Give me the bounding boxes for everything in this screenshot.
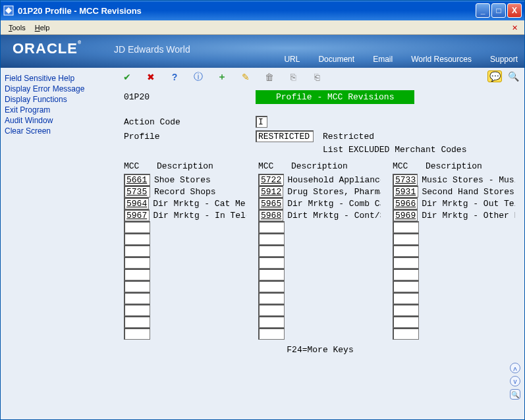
table-row — [393, 280, 515, 292]
edit-icon[interactable]: ✎ — [240, 71, 252, 83]
search-icon[interactable]: 🔍 — [507, 70, 519, 82]
mcc-desc: Music Stores - Music — [422, 175, 515, 185]
mcc-input[interactable]: 5969 — [393, 209, 418, 221]
mcc-input[interactable] — [258, 221, 285, 233]
mcc-input[interactable] — [393, 316, 419, 328]
mcc-desc: Dir Mrktg - In Tele — [153, 211, 247, 221]
mcc-input[interactable] — [258, 328, 285, 340]
mcc-input[interactable]: 5931 — [393, 186, 418, 197]
mcc-input[interactable] — [393, 292, 419, 304]
minimize-button[interactable]: _ — [476, 3, 490, 18]
table-row — [124, 233, 246, 245]
profile-input[interactable]: RESTRICTED — [256, 130, 314, 142]
mcc-input[interactable] — [393, 269, 419, 280]
mcc-input[interactable]: 5965 — [258, 197, 283, 209]
mcc-input[interactable] — [124, 245, 150, 257]
table-row — [258, 316, 381, 328]
mcc-input[interactable]: 5964 — [124, 197, 149, 209]
table-row — [258, 304, 381, 316]
hdr-mcc: MCC — [124, 161, 150, 171]
delete-icon[interactable]: 🗑 — [263, 71, 275, 83]
link-email[interactable]: Email — [373, 55, 393, 64]
mcc-input[interactable] — [124, 316, 150, 328]
table-row — [124, 316, 246, 328]
sidebar-item[interactable]: Field Sensitive Help — [5, 73, 112, 84]
actioncode-input[interactable]: I — [256, 116, 267, 128]
mcc-desc: Record Shops — [154, 187, 216, 197]
sidebar-item[interactable]: Audit Window — [5, 115, 112, 126]
mcc-input[interactable] — [258, 292, 285, 304]
table-row — [124, 292, 246, 304]
mcc-input[interactable] — [393, 304, 419, 316]
menu-tools[interactable]: TToolsools — [5, 22, 30, 33]
mcc-input[interactable] — [258, 257, 285, 269]
mcc-input[interactable]: 5967 — [124, 209, 150, 221]
link-document[interactable]: Document — [318, 55, 354, 64]
mcc-input[interactable] — [124, 292, 150, 304]
table-row — [124, 269, 246, 280]
mcc-input[interactable] — [393, 328, 419, 340]
info-icon[interactable]: ⓘ — [192, 71, 204, 83]
table-row — [393, 304, 515, 316]
mcc-input[interactable] — [258, 245, 285, 257]
link-url[interactable]: URL — [284, 55, 300, 64]
mcc-input[interactable]: 5968 — [258, 209, 283, 221]
window-buttons: _ □ X — [476, 3, 522, 18]
mcc-input[interactable] — [124, 280, 150, 292]
mcc-input[interactable] — [124, 257, 150, 269]
mcc-input[interactable] — [393, 221, 419, 233]
table-row — [258, 280, 381, 292]
sidebar-item[interactable]: Display Error Message — [5, 84, 112, 94]
mcc-input[interactable]: 5912 — [258, 186, 283, 197]
sidebar-item[interactable]: Clear Screen — [5, 126, 112, 136]
mcc-input[interactable] — [258, 233, 285, 245]
menu-help[interactable]: HHelpelp — [31, 22, 54, 33]
mcc-input[interactable] — [258, 304, 285, 316]
mcc-input[interactable]: 5966 — [393, 197, 418, 209]
chat-icon[interactable]: 💬 — [487, 70, 502, 82]
mcc-input[interactable] — [393, 280, 419, 292]
table-row — [393, 292, 515, 304]
help-icon[interactable]: ? — [169, 71, 180, 83]
mcc-input[interactable]: 5722 — [258, 174, 284, 186]
mcc-input[interactable] — [124, 269, 150, 280]
mcc-input[interactable] — [258, 269, 285, 280]
mcc-input[interactable]: 5661 — [124, 174, 150, 186]
link-world-resources[interactable]: World Resources — [411, 55, 472, 64]
scroll-up-icon[interactable]: ʌ — [510, 363, 520, 373]
menubar-close-icon[interactable]: ✕ — [508, 22, 522, 34]
mcc-input[interactable]: 5735 — [124, 186, 150, 197]
mcc-input[interactable] — [258, 316, 285, 328]
hdr-desc: Description — [157, 161, 213, 171]
profile-desc: Restricted — [323, 132, 374, 142]
mcc-input[interactable] — [393, 245, 419, 257]
ok-icon[interactable]: ✔ — [121, 71, 133, 83]
cancel-icon[interactable]: ✖ — [145, 71, 157, 83]
close-button[interactable]: X — [507, 3, 522, 18]
table-row — [258, 245, 381, 257]
mcc-input[interactable] — [393, 233, 419, 245]
hdr-desc: Description — [426, 161, 482, 171]
mcc-input[interactable] — [124, 233, 150, 245]
mcc-column: MCCDescription5722Household Appliance591… — [258, 161, 381, 340]
mcc-input[interactable]: 5733 — [393, 174, 418, 186]
add-icon[interactable]: ＋ — [216, 71, 228, 83]
mcc-input[interactable] — [124, 328, 150, 340]
mcc-input[interactable] — [258, 280, 285, 292]
table-row — [393, 245, 515, 257]
sidebar-item[interactable]: Display Functions — [5, 94, 112, 105]
import-icon[interactable]: ⎗ — [311, 71, 323, 83]
export-icon[interactable]: ⎘ — [287, 71, 299, 83]
client-area: Field Sensitive Help Display Error Messa… — [1, 68, 524, 419]
link-support[interactable]: Support — [490, 55, 518, 64]
maximize-button[interactable]: □ — [491, 3, 506, 18]
table-row: 5733Music Stores - Music — [393, 174, 515, 186]
mcc-input[interactable] — [124, 304, 150, 316]
sidebar-item[interactable]: Exit Program — [5, 105, 112, 115]
table-row: 5912Drug Stores, Pharmac — [258, 186, 381, 197]
scroll-down-icon[interactable]: v — [510, 376, 520, 386]
zoom-icon[interactable]: 🔍 — [510, 389, 520, 400]
mcc-input[interactable] — [124, 221, 150, 233]
table-row: 5964Dir Mrktg - Cat Merc — [124, 197, 246, 209]
mcc-input[interactable] — [393, 257, 419, 269]
